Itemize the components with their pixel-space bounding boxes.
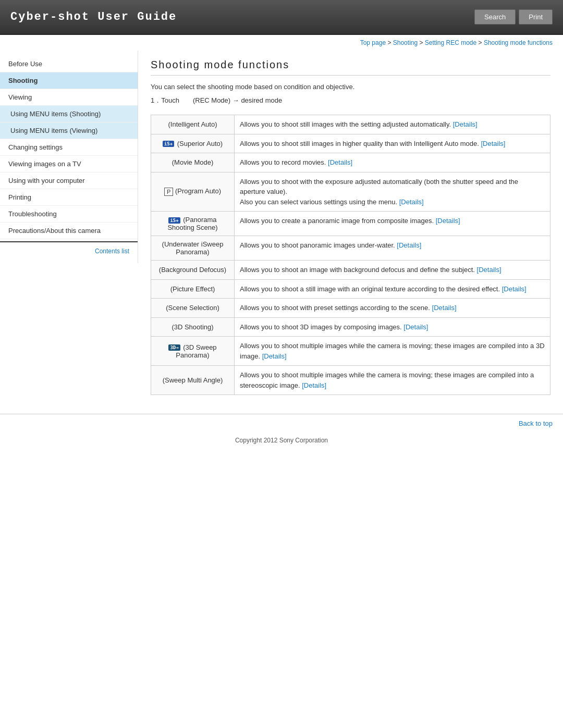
- table-row: 3D→ (3D Sweep Panorama) Allows you to sh…: [151, 337, 550, 366]
- sidebar-item-precautions[interactable]: Precautions/About this camera: [0, 223, 138, 239]
- sidebar-item-before-use[interactable]: Before Use: [0, 56, 138, 72]
- sidebar-item-printing[interactable]: Printing: [0, 189, 138, 206]
- sidebar-item-computer[interactable]: Using with your computer: [0, 172, 138, 189]
- back-to-top-link[interactable]: Back to top: [519, 419, 553, 427]
- mode-name-cell: (Intelligent Auto): [151, 115, 235, 134]
- breadcrumb-setting-rec[interactable]: Setting REC mode: [425, 39, 476, 46]
- mode-desc-cell: Allows you to shoot still images with th…: [235, 115, 550, 134]
- mode-name-cell: iS+ (Panorama Shooting Scene): [151, 212, 235, 236]
- details-link[interactable]: [Details]: [397, 241, 421, 249]
- app-title: Cyber-shot User Guide: [10, 10, 177, 23]
- mode-name-cell: (Picture Effect): [151, 279, 235, 299]
- details-link[interactable]: [Details]: [436, 217, 460, 225]
- details-link[interactable]: [Details]: [502, 285, 527, 293]
- mode-desc-cell: Allows you to shoot still images in high…: [235, 134, 550, 153]
- table-row: (Picture Effect) Allows you to shoot a s…: [151, 279, 550, 299]
- breadcrumb-current[interactable]: Shooting mode functions: [484, 39, 553, 46]
- footer-copyright: Copyright 2012 Sony Corporation: [0, 433, 563, 454]
- main-content: Shooting mode functions You can select t…: [138, 51, 563, 414]
- header: Cyber-shot User Guide Search Print: [0, 0, 563, 35]
- sidebar: Before Use Shooting Viewing Using MENU i…: [0, 51, 138, 263]
- sidebar-item-troubleshooting[interactable]: Troubleshooting: [0, 206, 138, 223]
- details-link[interactable]: [Details]: [403, 323, 428, 331]
- mode-name-cell: 3D→ (3D Sweep Panorama): [151, 337, 235, 366]
- sidebar-item-menu-viewing[interactable]: Using MENU items (Viewing): [0, 122, 138, 139]
- mode-name-cell: P (Program Auto): [151, 172, 235, 212]
- mode-desc-cell: Allows you to shoot an image with backgr…: [235, 261, 550, 280]
- sidebar-divider: [0, 241, 138, 242]
- details-link[interactable]: [Details]: [328, 158, 352, 166]
- sidebar-item-menu-shooting[interactable]: Using MENU items (Shooting): [0, 106, 138, 122]
- mode-desc-cell: Allows you to shoot with the exposure ad…: [235, 172, 550, 212]
- header-actions: Search Print: [474, 9, 553, 24]
- mode-desc-cell: Allows you to shoot 3D images by composi…: [235, 317, 550, 337]
- mode-desc-cell: Allows you to shoot panoramic images und…: [235, 236, 550, 261]
- table-row: (Underwater iSweep Panorama) Allows you …: [151, 236, 550, 261]
- search-button[interactable]: Search: [474, 9, 516, 24]
- details-link[interactable]: [Details]: [399, 198, 424, 206]
- mode-name-cell: (Sweep Multi Angle): [151, 366, 235, 395]
- sidebar-item-changing-settings[interactable]: Changing settings: [0, 139, 138, 156]
- mode-table: (Intelligent Auto) Allows you to shoot s…: [151, 115, 550, 395]
- mode-name-cell: (Movie Mode): [151, 153, 235, 172]
- arrow-icon: →: [232, 96, 239, 104]
- table-row: (Background Defocus) Allows you to shoot…: [151, 261, 550, 280]
- step-text: 1．Touch (REC Mode) → desired mode: [151, 96, 550, 105]
- details-link[interactable]: [Details]: [453, 120, 478, 128]
- table-row: (Movie Mode) Allows you to record movies…: [151, 153, 550, 172]
- details-link[interactable]: [Details]: [477, 266, 501, 274]
- table-row: (Scene Selection) Allows you to shoot wi…: [151, 299, 550, 318]
- footer-back-to-top-bar: Back to top: [0, 414, 563, 433]
- mode-name-cell: (3D Shooting): [151, 317, 235, 337]
- program-auto-icon: P: [164, 188, 173, 196]
- table-row: P (Program Auto) Allows you to shoot wit…: [151, 172, 550, 212]
- mode-desc-cell: Allows you to shoot with preset settings…: [235, 299, 550, 318]
- sidebar-item-viewing-tv[interactable]: Viewing images on a TV: [0, 156, 138, 172]
- mode-name-cell: (Background Defocus): [151, 261, 235, 280]
- sidebar-item-viewing[interactable]: Viewing: [0, 89, 138, 106]
- details-link[interactable]: [Details]: [432, 304, 457, 312]
- intro-text: You can select the shooting mode based o…: [151, 83, 550, 91]
- page-title: Shooting mode functions: [151, 59, 550, 76]
- sidebar-item-shooting[interactable]: Shooting: [0, 72, 138, 89]
- table-row: (3D Shooting) Allows you to shoot 3D ima…: [151, 317, 550, 337]
- mode-desc-cell: Allows you to shoot multiple images whil…: [235, 366, 550, 395]
- breadcrumb-shooting[interactable]: Shooting: [393, 39, 418, 46]
- details-link[interactable]: [Details]: [302, 381, 326, 389]
- breadcrumb: Top page > Shooting > Setting REC mode >…: [0, 35, 563, 51]
- table-row: iS+ (Superior Auto) Allows you to shoot …: [151, 134, 550, 153]
- mode-desc-cell: Allows you to shoot multiple images whil…: [235, 337, 550, 366]
- table-row: iS+ (Panorama Shooting Scene) Allows you…: [151, 212, 550, 236]
- print-button[interactable]: Print: [519, 9, 553, 24]
- mode-desc-cell: Allows you to create a panoramic image f…: [235, 212, 550, 236]
- details-link[interactable]: [Details]: [262, 352, 287, 360]
- details-link[interactable]: [Details]: [481, 140, 505, 147]
- mode-desc-cell: Allows you to record movies. [Details]: [235, 153, 550, 172]
- mode-desc-cell: Allows you to shoot a still image with a…: [235, 279, 550, 299]
- breadcrumb-toppage[interactable]: Top page: [360, 39, 386, 46]
- table-row: (Intelligent Auto) Allows you to shoot s…: [151, 115, 550, 134]
- 3d-sweep-icon: 3D→: [168, 344, 180, 351]
- panorama-icon: iS+: [168, 217, 180, 224]
- mode-name-cell: iS+ (Superior Auto): [151, 134, 235, 153]
- mode-name-cell: (Underwater iSweep Panorama): [151, 236, 235, 261]
- mode-name-cell: (Scene Selection): [151, 299, 235, 318]
- contents-list-link[interactable]: Contents list: [0, 244, 138, 258]
- table-row: (Sweep Multi Angle) Allows you to shoot …: [151, 366, 550, 395]
- superior-auto-icon: iS+: [163, 141, 174, 147]
- page-layout: Before Use Shooting Viewing Using MENU i…: [0, 51, 563, 414]
